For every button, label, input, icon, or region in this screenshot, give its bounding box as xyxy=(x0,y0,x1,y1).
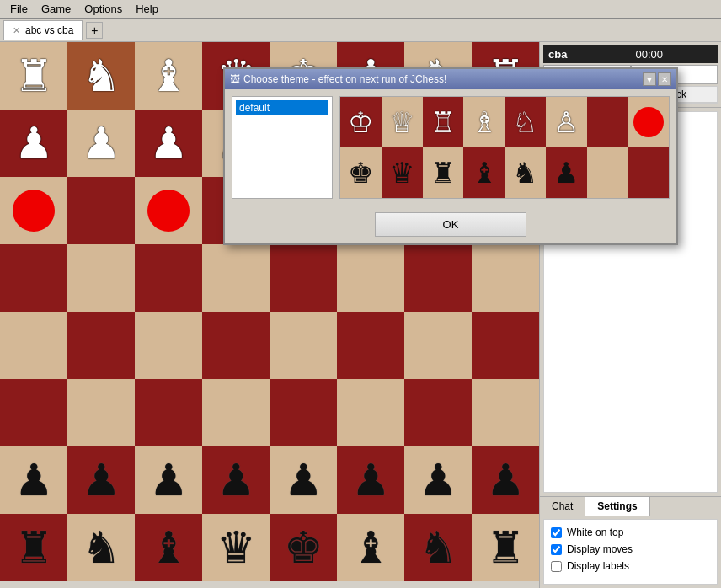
piece-black-pawn-5: ♟ xyxy=(284,458,323,502)
cell-7-7: ♜ xyxy=(472,514,539,581)
prev-white-bishop: ♗ xyxy=(463,97,505,147)
cell-7-3: ♛ xyxy=(202,514,270,581)
piece-black-pawn-8: ♟ xyxy=(486,458,526,502)
prev-empty-2 xyxy=(587,147,628,198)
cell-6-1: ♟ xyxy=(67,446,135,514)
white-on-top-label: White on top xyxy=(567,527,623,538)
new-tab-button[interactable]: + xyxy=(86,22,103,39)
prev-white-rook: ♖ xyxy=(423,97,464,147)
cell-5-6 xyxy=(404,379,472,446)
prev-red-circle xyxy=(628,97,669,147)
piece-white-rook: ♜ xyxy=(14,54,54,98)
cell-5-5 xyxy=(337,379,404,446)
display-labels-label: Display labels xyxy=(567,560,629,572)
white-on-top-checkbox[interactable] xyxy=(551,527,562,538)
cell-6-0: ♟ xyxy=(0,446,67,514)
cell-7-1: ♞ xyxy=(67,514,135,581)
cell-0-0: ♜ xyxy=(0,42,67,110)
cell-1-2: ♟ xyxy=(135,110,202,177)
piece-black-pawn-7: ♟ xyxy=(419,458,458,502)
piece-black-knight: ♞ xyxy=(82,526,121,569)
cell-3-7 xyxy=(472,244,539,312)
piece-white-knight-selected: ♞ xyxy=(82,54,121,98)
cell-2-1 xyxy=(67,177,135,244)
red-circle-1 xyxy=(13,190,55,232)
cell-4-0 xyxy=(0,312,67,379)
piece-black-bishop: ♝ xyxy=(149,526,189,569)
piece-black-rook: ♜ xyxy=(14,526,54,569)
display-labels-checkbox[interactable] xyxy=(551,561,562,572)
prev-white-pawn: ♙ xyxy=(546,97,587,147)
ok-row: OK xyxy=(225,206,676,243)
cell-4-3 xyxy=(202,312,270,379)
cell-7-4: ♚ xyxy=(270,514,337,581)
cell-5-3 xyxy=(202,379,270,446)
dialog-titlebar-left: 🖼 Choose theme - effect on next run of J… xyxy=(230,73,446,85)
prev-black-pawn: ♟ xyxy=(546,147,587,198)
piece-black-knight2: ♞ xyxy=(419,526,458,569)
cell-3-6 xyxy=(404,244,472,312)
menu-help[interactable]: Help xyxy=(129,1,165,17)
piece-black-pawn-1: ♟ xyxy=(14,458,54,502)
cell-0-1: ♞ xyxy=(67,42,135,110)
piece-white-pawn-3: ♟ xyxy=(149,121,189,165)
tabbar: ✕ abc vs cba + xyxy=(0,19,721,42)
display-moves-checkbox[interactable] xyxy=(551,544,562,555)
prev-black-bishop: ♝ xyxy=(463,147,505,198)
dialog-close-button[interactable]: ✕ xyxy=(658,72,671,86)
piece-white-bishop: ♝ xyxy=(149,54,189,98)
white-on-top-row: White on top xyxy=(551,527,710,538)
cell-1-0: ♟ xyxy=(0,110,67,177)
piece-black-queen: ♛ xyxy=(216,526,256,569)
theme-list: default xyxy=(232,96,333,199)
display-moves-label: Display moves xyxy=(567,543,633,555)
piece-black-pawn-4: ♟ xyxy=(216,458,256,502)
dialog-body: default ♔ ♕ ♖ ♗ ♘ ♙ ♚ ♛ ♜ ♝ ♞ ♟ xyxy=(225,89,676,206)
cell-5-7 xyxy=(472,379,539,446)
tab-settings[interactable]: Settings xyxy=(585,497,649,516)
bottom-tabs: Chat Settings xyxy=(540,496,721,516)
prev-white-queen: ♕ xyxy=(382,97,423,147)
menu-options[interactable]: Options xyxy=(77,1,129,17)
cell-6-5: ♟ xyxy=(337,446,404,514)
prev-black-queen: ♛ xyxy=(382,147,423,198)
cell-6-6: ♟ xyxy=(404,446,472,514)
cell-3-4 xyxy=(270,244,337,312)
piece-black-king: ♚ xyxy=(284,526,323,569)
cell-4-2 xyxy=(135,312,202,379)
cell-6-4: ♟ xyxy=(270,446,337,514)
theme-default-option[interactable]: default xyxy=(236,100,328,115)
prev-black-knight: ♞ xyxy=(505,147,546,198)
cell-5-0 xyxy=(0,379,67,446)
prev-empty-3 xyxy=(628,147,669,198)
display-moves-row: Display moves xyxy=(551,543,710,555)
tab-chat[interactable]: Chat xyxy=(540,497,585,516)
ok-button[interactable]: OK xyxy=(375,212,526,237)
tab-game[interactable]: ✕ abc vs cba xyxy=(3,20,83,40)
red-circle-2 xyxy=(147,190,190,232)
display-labels-row: Display labels xyxy=(551,560,710,572)
cell-2-0 xyxy=(0,177,67,244)
cell-5-4 xyxy=(270,379,337,446)
dialog-titlebar: 🖼 Choose theme - effect on next run of J… xyxy=(225,69,676,89)
piece-black-pawn-2: ♟ xyxy=(82,458,121,502)
cell-0-2: ♝ xyxy=(135,42,202,110)
dialog-minimize-button[interactable]: ▼ xyxy=(643,72,656,86)
menu-game[interactable]: Game xyxy=(35,1,77,17)
cell-5-2 xyxy=(135,379,202,446)
cell-6-7: ♟ xyxy=(472,446,539,514)
cell-7-6: ♞ xyxy=(404,514,472,581)
cell-2-2 xyxy=(135,177,202,244)
tab-close-icon[interactable]: ✕ xyxy=(13,25,20,36)
cell-4-4 xyxy=(270,312,337,379)
settings-panel: White on top Display moves Display label… xyxy=(543,519,718,585)
dialog-icon: 🖼 xyxy=(230,73,240,85)
theme-preview: ♔ ♕ ♖ ♗ ♘ ♙ ♚ ♛ ♜ ♝ ♞ ♟ xyxy=(339,96,670,199)
tab-label: abc vs cba xyxy=(25,24,73,36)
player-row-black: cba 00:00 xyxy=(543,45,718,63)
cell-4-1 xyxy=(67,312,135,379)
cell-3-0 xyxy=(0,244,67,312)
cell-3-1 xyxy=(67,244,135,312)
black-player-name: cba xyxy=(543,45,631,63)
menu-file[interactable]: File xyxy=(3,1,35,17)
